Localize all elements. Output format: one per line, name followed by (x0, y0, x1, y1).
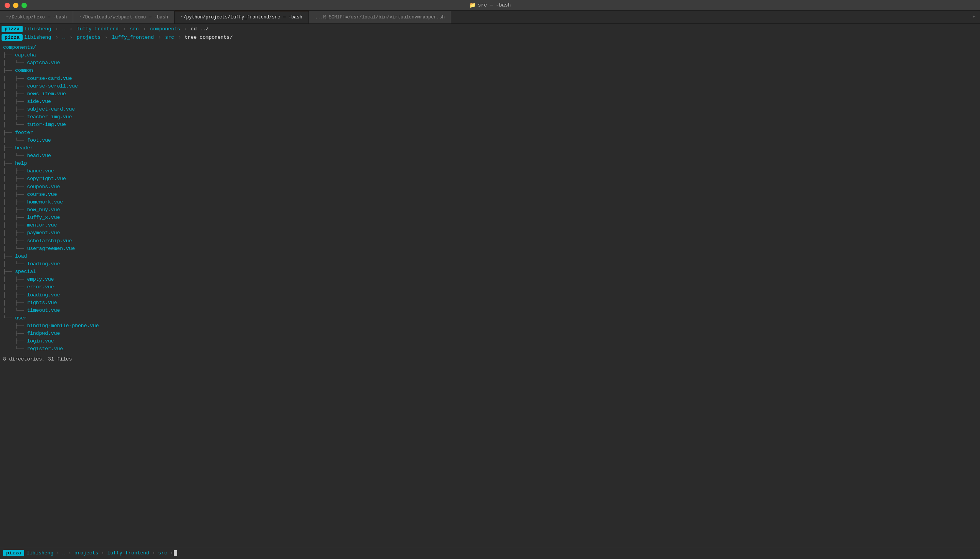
list-item: ├── load (3, 253, 977, 260)
list-item: │ ├── news-item.vue (3, 90, 977, 98)
list-item: │ ├── scholarship.vue (3, 237, 977, 245)
list-item: ├── binding-mobile-phone.vue (3, 322, 977, 330)
prompt-tag-2: pizza (2, 34, 23, 41)
list-item: │ ├── course.vue (3, 191, 977, 198)
list-item: ├── footer (3, 129, 977, 137)
cursor (174, 550, 177, 556)
new-tab-button[interactable]: + (968, 11, 980, 23)
list-item: │ ├── copyright.vue (3, 175, 977, 183)
tree-root: components/ (3, 44, 977, 51)
list-item: │ ├── subject-card.vue (3, 106, 977, 113)
list-item: │ ├── how_buy.vue (3, 206, 977, 214)
list-item: │ ├── empty.vue (3, 276, 977, 283)
list-item: └── user (3, 314, 977, 322)
list-item: │ └── foot.vue (3, 137, 977, 144)
list-item: │ ├── mentor.vue (3, 222, 977, 229)
list-item: │ ├── teacher-img.vue (3, 113, 977, 121)
bottom-bar: pizza libisheng › … › projects › luffy_f… (0, 547, 980, 559)
terminal-content: components/ ├── captcha │ └── captcha.vu… (0, 42, 980, 365)
tab-2[interactable]: ~/Downloads/webpack-demo — -bash (73, 11, 174, 23)
list-item: │ └── loading.vue (3, 260, 977, 268)
list-item: │ └── useragreemen.vue (3, 245, 977, 253)
minimize-button[interactable] (13, 3, 18, 8)
list-item: │ ├── homework.vue (3, 198, 977, 206)
tab-1[interactable]: ~/Desktop/hexo — -bash (0, 11, 73, 23)
prompt-line-1: pizza libisheng › … › luffy_frontend › s… (0, 25, 980, 33)
list-item: ├── special (3, 268, 977, 276)
list-item: │ ├── course-scroll.vue (3, 83, 977, 90)
title-bar: 📁 src — -bash (0, 0, 980, 11)
list-item: ├── header (3, 144, 977, 152)
tab-3[interactable]: ~/python/projects/luffy_frontend/src — -… (175, 11, 309, 23)
window-title: 📁 src — -bash (469, 2, 511, 8)
bottom-path: libisheng › … › projects › luffy_fronten… (26, 550, 173, 556)
list-item: │ ├── payment.vue (3, 229, 977, 237)
prompt-area: pizza libisheng › … › luffy_frontend › s… (0, 24, 980, 42)
list-item: │ └── head.vue (3, 152, 977, 160)
list-item: │ └── tutor-img.vue (3, 121, 977, 129)
list-item: │ └── timeout.vue (3, 307, 977, 314)
list-item: │ ├── course-card.vue (3, 75, 977, 83)
prompt-command-2: tree components/ (185, 35, 233, 40)
maximize-button[interactable] (21, 3, 27, 8)
list-item: │ ├── error.vue (3, 283, 977, 291)
close-button[interactable] (5, 3, 10, 8)
list-item: ├── common (3, 67, 977, 74)
prompt-command-1: cd ../ (191, 26, 209, 32)
bottom-prompt-tag: pizza (3, 550, 24, 556)
list-item: │ ├── side.vue (3, 98, 977, 106)
tree-summary: 8 directories, 31 files (3, 356, 977, 363)
list-item: │ └── captcha.vue (3, 59, 977, 67)
list-item: ├── captcha (3, 51, 977, 59)
list-item: │ ├── coupons.vue (3, 183, 977, 191)
list-item: └── register.vue (3, 345, 977, 353)
prompt-path-1: libisheng › … › luffy_frontend › src › c… (24, 26, 188, 32)
list-item: │ ├── luffy_x.vue (3, 214, 977, 222)
folder-icon: 📁 (469, 2, 476, 8)
list-item: │ ├── bance.vue (3, 167, 977, 175)
tab-4[interactable]: ...R_SCRIPT=/usr/local/bin/virtualenvwra… (309, 11, 451, 23)
list-item: ├── login.vue (3, 337, 977, 345)
list-item: │ ├── rights.vue (3, 299, 977, 307)
tab-bar: ~/Desktop/hexo — -bash ~/Downloads/webpa… (0, 11, 980, 24)
prompt-tag-1: pizza (2, 26, 23, 32)
prompt-path-2: libisheng › … › projects › luffy_fronten… (24, 35, 182, 40)
list-item: ├── help (3, 160, 977, 167)
list-item: │ ├── loading.vue (3, 291, 977, 299)
prompt-line-2: pizza libisheng › … › projects › luffy_f… (0, 33, 980, 41)
list-item: ├── findpwd.vue (3, 330, 977, 337)
traffic-lights (5, 3, 27, 8)
